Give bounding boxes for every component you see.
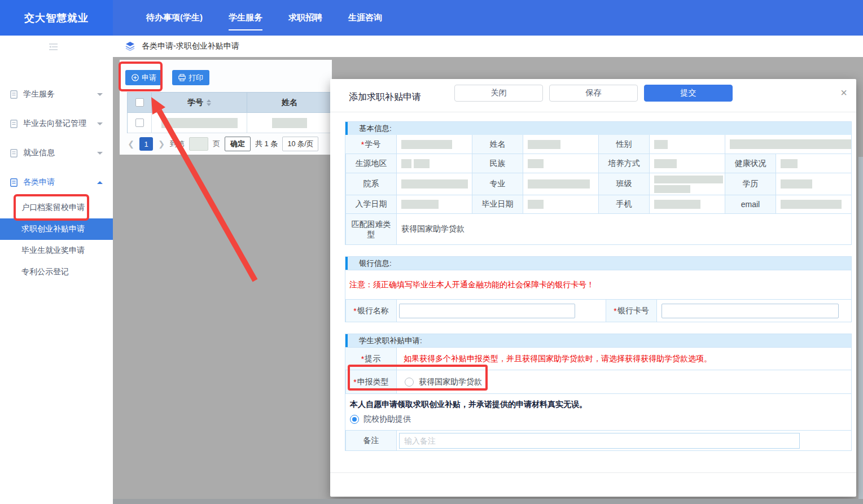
sidebar-item-hukou-archive[interactable]: 户口档案留校申请 (0, 197, 113, 218)
document-icon (10, 149, 17, 157)
table-row[interactable] (128, 113, 332, 133)
modal-footer-divider (330, 472, 856, 473)
page-size-select[interactable]: 10 条/页 (282, 137, 318, 151)
redacted-id-number (730, 139, 851, 149)
save-button[interactable]: 保存 (549, 85, 638, 102)
sidebar-group-student-services[interactable]: 学生服务 (0, 80, 113, 109)
redacted-value (781, 200, 842, 209)
total-count-label: 共 1 条 (255, 139, 278, 149)
submit-button[interactable]: 提交 (644, 85, 733, 102)
declaration-row: 本人自愿申请领取求职创业补贴，并承诺提供的申请材料真实无误。 院校协助提供 (345, 393, 851, 430)
class-label: 班级 (616, 179, 632, 189)
pagination: ❮ 1 ❯ 到第 页 确定 共 1 条 10 条/页 (127, 134, 332, 154)
redacted-value (528, 140, 560, 149)
prev-page-icon[interactable]: ❮ (127, 139, 135, 148)
horizontal-scrollbar[interactable] (113, 499, 863, 504)
subsidy-application-section: 学生求职补贴申请: *提示 如果获得多个补贴申报类型，并且获得国家助学贷款时，请… (345, 334, 852, 451)
basic-info-header: 基本信息: (345, 122, 851, 135)
print-button[interactable]: 打印 (172, 70, 209, 85)
nav-item-todo[interactable]: 待办事项(学生) (133, 0, 216, 36)
sort-icon[interactable] (207, 99, 211, 106)
bank-info-section: 银行信息: 注意：须正确填写毕业生本人开通金融功能的社会保障卡的银行卡号！ *银… (345, 256, 852, 322)
school-assist-option-label: 院校协助提供 (363, 414, 411, 424)
table-header-row: 学号 姓名 (128, 93, 332, 113)
bank-name-label: 银行名称 (357, 306, 389, 316)
close-icon[interactable]: × (840, 87, 847, 98)
enrollment-date-label: 入学日期 (356, 199, 387, 209)
page-suffix-label: 页 (213, 139, 220, 149)
breadcrumb: 各类申请-求职创业补贴申请 (142, 41, 239, 51)
close-button[interactable]: 关闭 (454, 85, 543, 102)
chevron-down-icon (97, 122, 103, 125)
phone-label: 手机 (616, 199, 632, 209)
bank-info-header: 银行信息: (345, 257, 851, 270)
next-page-icon[interactable]: ❯ (157, 139, 165, 148)
ethnicity-label: 民族 (490, 159, 506, 169)
chevron-down-icon (97, 93, 103, 96)
student-id-label: 学号 (365, 139, 380, 150)
redacted-value (654, 176, 723, 183)
difficulty-type-label: 匹配困难类型 (348, 219, 394, 239)
sidebar: 学生服务 毕业去向登记管理 就业信息 (0, 36, 113, 504)
apply-button[interactable]: 申请 (125, 70, 163, 85)
sidebar-group-applications[interactable]: 各类申请 (0, 168, 113, 197)
redacted-value (401, 140, 452, 149)
page-number-button[interactable]: 1 (139, 137, 153, 151)
goto-page-input[interactable] (189, 137, 208, 151)
goto-label: 到第 (170, 139, 185, 149)
column-header-student-id[interactable]: 学号 (152, 93, 247, 113)
redacted-value (528, 200, 544, 209)
bank-card-label: 银行卡号 (617, 306, 649, 316)
difficulty-type-value: 获得国家助学贷款 (401, 224, 465, 234)
school-assist-radio[interactable] (350, 415, 359, 424)
redacted-value (528, 179, 590, 189)
bank-card-input[interactable] (662, 304, 839, 318)
nav-item-job-recruitment[interactable]: 求职招聘 (275, 0, 335, 36)
nav-item-career-counseling[interactable]: 生涯咨询 (335, 0, 395, 36)
goto-confirm-button[interactable]: 确定 (225, 137, 251, 151)
required-asterisk: * (361, 140, 364, 149)
remark-input[interactable] (399, 433, 800, 449)
toolbar: 申请 打印 (125, 70, 209, 85)
redacted-value (781, 179, 812, 189)
training-mode-label: 培养方式 (608, 159, 640, 169)
chevron-up-icon (97, 181, 103, 184)
redacted-student-id (161, 118, 238, 128)
origin-region-label: 生源地区 (356, 159, 387, 169)
column-header-name: 姓名 (247, 93, 332, 113)
health-status-label: 健康状况 (735, 159, 766, 169)
sidebar-item-patent-registration[interactable]: 专利公示登记 (0, 261, 113, 283)
list-panel: 申请 打印 学号 姓名 ❮ 1 (120, 60, 332, 155)
sidebar-group-employment-info[interactable]: 就业信息 (0, 138, 113, 168)
applications-table: 学号 姓名 (127, 92, 332, 133)
loan-type-radio[interactable] (405, 378, 414, 387)
redacted-value (401, 179, 468, 189)
redacted-value (401, 200, 439, 209)
modal-title: 添加求职补贴申请 (349, 91, 421, 103)
nav-item-student-services[interactable]: 学生服务 (216, 0, 275, 36)
select-all-checkbox[interactable] (135, 98, 144, 107)
vertical-scrollbar[interactable] (858, 157, 863, 499)
row-checkbox[interactable] (135, 119, 144, 127)
document-icon (10, 178, 17, 187)
department-label: 院系 (363, 179, 379, 189)
bank-name-input[interactable] (399, 304, 575, 318)
add-subsidy-modal: 添加求职补贴申请 × 基本信息: *学号 姓名 性别 生源地区 民族 培养方式 … (330, 79, 856, 497)
education-level-label: 学历 (743, 179, 759, 189)
redacted-value (414, 159, 430, 168)
remark-label: 备注 (363, 436, 379, 446)
breadcrumb-bar: 各类申请-求职创业补贴申请 (113, 36, 863, 57)
sidebar-item-graduate-award[interactable]: 毕业生就业奖申请 (0, 240, 113, 261)
sidebar-group-graduation-registration[interactable]: 毕业去向登记管理 (0, 109, 113, 138)
printer-icon (178, 74, 186, 81)
email-label: email (741, 200, 760, 209)
sidebar-item-job-subsidy[interactable]: 求职创业补贴申请 (0, 218, 113, 240)
redacted-value (654, 140, 668, 149)
required-asterisk: * (361, 354, 364, 363)
redacted-value (654, 159, 677, 168)
redacted-name (272, 118, 307, 128)
basic-info-section: 基本信息: *学号 姓名 性别 生源地区 民族 培养方式 健康状况 院系 专 (345, 121, 852, 245)
redacted-value (781, 159, 798, 168)
redacted-value (528, 159, 544, 168)
collapse-menu-icon[interactable] (49, 43, 58, 51)
